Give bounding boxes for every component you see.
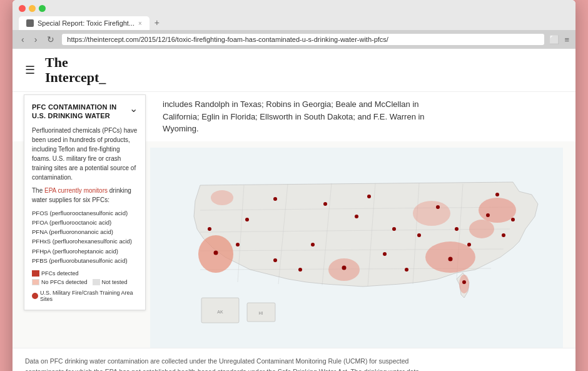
svg-point-41 — [323, 202, 327, 206]
svg-point-24 — [417, 233, 421, 237]
info-panel: PFC CONTAMINATION IN U.S. DRINKING WATER… — [24, 94, 146, 310]
tab-label: Special Report: Toxic Firefight... — [38, 19, 134, 27]
traffic-lights — [19, 5, 569, 12]
svg-point-14 — [469, 220, 494, 238]
address-bar-icons: ⬜ ≡ — [549, 35, 569, 44]
legend-military-swatch — [32, 293, 38, 299]
reload-button[interactable]: ↻ — [44, 33, 57, 46]
chemical-item: PFHpA (perfluoroheptanoic acid) — [32, 246, 138, 256]
footer-paragraph: Data on PFC drinking water contamination… — [25, 356, 425, 371]
info-body-2: The EPA currently monitors drinking wate… — [32, 186, 138, 205]
svg-point-40 — [392, 227, 396, 231]
svg-point-27 — [311, 243, 315, 246]
footer-text: Data on PFC drinking water contamination… — [13, 348, 575, 371]
map-legend: PFCs detected No PFCs detected Not teste… — [32, 270, 138, 302]
chemical-item: PFNA (perfluorononanoic acid) — [32, 227, 138, 236]
svg-point-30 — [208, 227, 211, 231]
chemical-list: PFOS (perfluorooctanesulfonic acid) PFOA… — [32, 208, 138, 265]
address-bar: ‹ › ↻ ⬜ ≡ — [13, 30, 575, 49]
svg-point-26 — [467, 243, 471, 246]
svg-point-13 — [479, 198, 516, 223]
new-tab-button[interactable]: + — [151, 16, 163, 29]
svg-point-29 — [502, 233, 505, 237]
svg-point-23 — [486, 213, 490, 217]
share-icon[interactable]: ⬜ — [549, 35, 559, 44]
info-panel-header: PFC CONTAMINATION IN U.S. DRINKING WATER… — [32, 103, 138, 121]
legend-pfc-detected-label: PFCs detected — [41, 270, 79, 277]
page-content: ☰ The Intercept_ includes Randolph in Te… — [13, 49, 575, 371]
svg-point-16 — [413, 201, 450, 226]
logo-line2: Intercept_ — [45, 69, 106, 85]
legend-not-tested-label: Not tested — [102, 279, 128, 285]
forward-button[interactable]: › — [32, 33, 40, 46]
svg-point-36 — [405, 268, 408, 272]
svg-point-37 — [455, 227, 459, 231]
browser-window: Special Report: Toxic Firefight... × + ‹… — [13, 0, 575, 371]
svg-text:HI: HI — [259, 311, 263, 315]
close-button[interactable] — [19, 5, 26, 12]
minimize-button[interactable] — [29, 5, 36, 12]
collapse-button[interactable]: ⌄ — [129, 103, 138, 114]
url-input[interactable] — [62, 34, 544, 45]
legend-military-label: U.S. Military Fire/Crash Training Area S… — [40, 290, 138, 302]
browser-chrome: Special Report: Toxic Firefight... × + — [13, 0, 575, 30]
tab-favicon — [26, 19, 34, 27]
chemical-item: PFOS (perfluorooctanesulfonic acid) — [32, 208, 138, 218]
svg-point-38 — [236, 243, 240, 246]
legend-no-pfc-label: No PFCs detected — [41, 279, 88, 285]
svg-point-20 — [449, 257, 453, 261]
tab-bar: Special Report: Toxic Firefight... × + — [19, 16, 569, 30]
svg-point-18 — [214, 250, 218, 255]
legend-no-pfc: No PFCs detected — [32, 279, 88, 285]
active-tab[interactable]: Special Report: Toxic Firefight... × — [19, 16, 150, 30]
svg-point-32 — [273, 258, 277, 262]
hamburger-menu[interactable]: ☰ — [25, 63, 35, 77]
legend-no-pfc-swatch — [32, 279, 39, 285]
svg-point-28 — [383, 252, 387, 256]
maximize-button[interactable] — [39, 5, 46, 12]
svg-point-43 — [462, 280, 466, 284]
chemical-item: PFBS (perfluorobutanesulfonic acid) — [32, 256, 138, 265]
logo-line1: The — [45, 54, 68, 70]
back-button[interactable]: ‹ — [19, 33, 27, 46]
svg-point-34 — [511, 218, 515, 221]
site-header: ☰ The Intercept_ — [13, 49, 575, 92]
info-body-1: Perfluorinated chemicals (PFCs) have bee… — [32, 126, 138, 182]
svg-point-17 — [211, 190, 233, 205]
chemical-item: PFOA (perfluorooctanoic acid) — [32, 218, 138, 227]
menu-icon[interactable]: ≡ — [564, 35, 569, 44]
map-section: + − PFC CONTAMINATION IN U.S. DRINKING W… — [13, 141, 575, 348]
intro-text: includes Randolph in Texas; Robins in Ge… — [163, 98, 425, 135]
svg-point-31 — [355, 215, 358, 218]
chemical-item: PFHxS (perfluorohexanesulfonic acid) — [32, 236, 138, 246]
us-map[interactable]: AK HI — [150, 148, 563, 348]
svg-point-21 — [273, 197, 277, 201]
legend-pfc-detected: PFCs detected — [32, 270, 79, 277]
svg-point-33 — [436, 205, 440, 209]
legend-not-tested: Not tested — [93, 279, 128, 285]
epa-link[interactable]: EPA currently monitors — [44, 187, 108, 194]
svg-point-22 — [367, 195, 371, 198]
body2-prefix: The — [32, 187, 44, 194]
svg-text:AK: AK — [217, 310, 223, 314]
site-logo: The Intercept_ — [45, 55, 106, 85]
svg-point-35 — [298, 268, 302, 272]
svg-point-39 — [495, 193, 499, 196]
legend-pfc-detected-swatch — [32, 270, 39, 277]
legend-military: U.S. Military Fire/Crash Training Area S… — [32, 290, 138, 302]
info-panel-title: PFC CONTAMINATION IN U.S. DRINKING WATER — [32, 103, 129, 121]
tab-close-button[interactable]: × — [138, 20, 142, 27]
svg-point-25 — [245, 218, 249, 221]
legend-not-tested-swatch — [93, 279, 100, 285]
svg-point-19 — [342, 265, 347, 270]
